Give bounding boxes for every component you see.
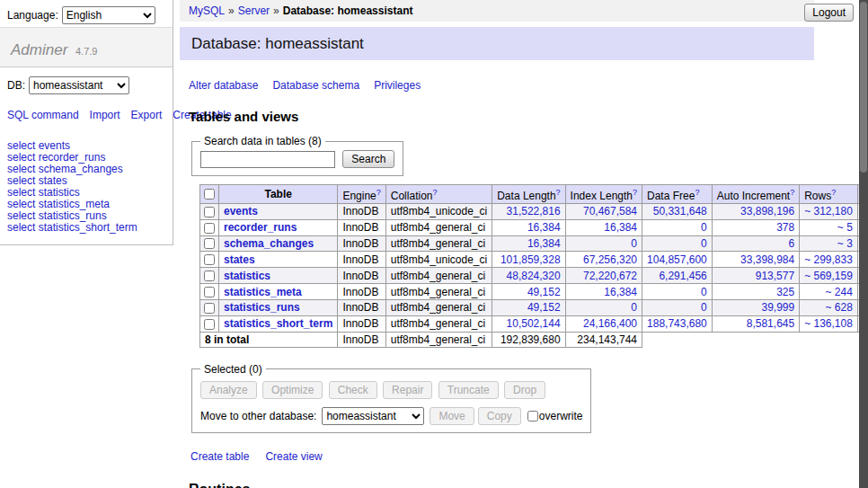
data-length-link[interactable]: 49,152 <box>527 286 561 298</box>
data-free-link[interactable]: 50,331,648 <box>653 205 707 217</box>
sidebar-table-link-statistics-short-term[interactable]: select statistics_short_term <box>7 222 165 234</box>
index-length-link[interactable]: 0 <box>631 301 637 314</box>
alter-database-link[interactable]: Alter database <box>189 79 258 92</box>
rows-count-link[interactable]: ~ 628 <box>826 301 853 314</box>
privileges-link[interactable]: Privileges <box>374 79 421 92</box>
help-icon[interactable]: ? <box>376 188 381 197</box>
adminer-logo-link[interactable]: Adminer <box>11 41 67 58</box>
index-length-link[interactable]: 0 <box>631 237 637 250</box>
auto-increment-link[interactable]: 325 <box>776 286 794 298</box>
auto-increment-link[interactable]: 913,577 <box>756 270 794 282</box>
row-checkbox[interactable] <box>204 303 215 314</box>
drop-button[interactable]: Drop <box>504 381 545 399</box>
breadcrumb-mysql-link[interactable]: MySQL <box>189 4 225 17</box>
create-view-link[interactable]: Create view <box>265 450 322 463</box>
optimize-button[interactable]: Optimize <box>262 381 323 399</box>
auto-increment-link[interactable]: 33,898,196 <box>740 205 794 217</box>
help-icon[interactable]: ? <box>695 188 699 197</box>
table-link[interactable]: recorder_runs <box>224 221 297 234</box>
index-length-link[interactable]: 72,220,672 <box>583 270 637 282</box>
data-free-link[interactable]: 0 <box>701 286 707 298</box>
auto-increment-link[interactable]: 39,999 <box>761 301 794 314</box>
check-button[interactable]: Check <box>329 381 377 399</box>
auto-increment-link[interactable]: 8,581,645 <box>747 317 794 330</box>
data-free-link[interactable]: 104,857,600 <box>647 253 707 266</box>
sidebar-table-link-states[interactable]: select states <box>7 175 165 187</box>
auto-increment-link[interactable]: 378 <box>776 221 794 234</box>
index-length-link[interactable]: 16,384 <box>604 286 637 298</box>
data-free-link[interactable]: 188,743,680 <box>647 317 707 330</box>
row-checkbox[interactable] <box>204 223 215 234</box>
data-free-link[interactable]: 0 <box>701 237 707 250</box>
repair-button[interactable]: Repair <box>383 381 432 399</box>
truncate-button[interactable]: Truncate <box>438 381 499 399</box>
index-length-link[interactable]: 24,166,400 <box>583 317 637 330</box>
data-length-link[interactable]: 10,502,144 <box>507 317 561 330</box>
overwrite-checkbox[interactable] <box>527 411 538 421</box>
move-database-select[interactable]: homeassistant <box>322 407 424 425</box>
row-checkbox[interactable] <box>204 271 215 281</box>
rows-count-link[interactable]: ~ 3 <box>837 237 853 250</box>
table-link[interactable]: statistics_meta <box>224 286 302 298</box>
data-length-link[interactable]: 101,859,328 <box>500 253 561 266</box>
row-checkbox[interactable] <box>204 319 215 330</box>
rows-count-link[interactable]: ~ 5 <box>837 221 853 234</box>
help-icon[interactable]: ? <box>790 188 794 197</box>
row-checkbox[interactable] <box>204 238 215 249</box>
help-icon[interactable]: ? <box>633 188 637 197</box>
sidebar-table-link-statistics-runs[interactable]: select statistics_runs <box>7 210 165 222</box>
analyze-button[interactable]: Analyze <box>200 381 257 399</box>
rows-count-link[interactable]: ~ 299,833 <box>804 253 853 266</box>
row-checkbox[interactable] <box>204 207 215 217</box>
auto-increment-link[interactable]: 6 <box>788 237 794 250</box>
table-link[interactable]: statistics <box>224 270 270 282</box>
rows-count-link[interactable]: ~ 569,159 <box>804 270 853 282</box>
table-link[interactable]: statistics_short_term <box>224 317 332 330</box>
index-length-link[interactable]: 16,384 <box>604 221 637 234</box>
rows-count-link[interactable]: ~ 136,108 <box>804 317 853 330</box>
copy-button[interactable]: Copy <box>478 407 521 425</box>
sidebar-table-link-recorder-runs[interactable]: select recorder_runs <box>7 152 165 164</box>
data-length-link[interactable]: 49,152 <box>527 301 561 314</box>
logout-button[interactable]: Logout <box>804 4 854 22</box>
database-schema-link[interactable]: Database schema <box>272 79 359 92</box>
import-link[interactable]: Import <box>90 109 120 121</box>
search-input[interactable] <box>200 151 335 168</box>
rows-count-link[interactable]: ~ 244 <box>826 286 853 298</box>
sql-command-link[interactable]: SQL command <box>7 109 79 121</box>
search-button[interactable]: Search <box>342 150 394 168</box>
data-free-link[interactable]: 6,291,456 <box>659 270 706 282</box>
sidebar-table-link-events[interactable]: select events <box>7 140 165 152</box>
data-length-link[interactable]: 16,384 <box>527 221 561 234</box>
row-checkbox[interactable] <box>204 287 215 297</box>
index-length-link[interactable]: 67,256,320 <box>583 253 637 266</box>
scrollbar-thumb[interactable] <box>860 2 867 173</box>
create-table-link-bottom[interactable]: Create table <box>190 450 249 463</box>
index-length-link[interactable]: 70,467,584 <box>583 205 637 217</box>
select-all-checkbox[interactable] <box>204 189 215 200</box>
row-checkbox[interactable] <box>204 254 215 265</box>
help-icon[interactable]: ? <box>831 188 836 197</box>
rows-count-link[interactable]: ~ 312,180 <box>804 205 853 217</box>
table-link[interactable]: events <box>224 205 258 217</box>
auto-increment-link[interactable]: 33,398,984 <box>740 253 794 266</box>
move-button[interactable]: Move <box>430 407 474 425</box>
vertical-scrollbar[interactable] <box>859 0 868 488</box>
sidebar-table-link-schema-changes[interactable]: select schema_changes <box>7 164 165 175</box>
help-icon[interactable]: ? <box>432 188 437 197</box>
export-link[interactable]: Export <box>131 109 163 121</box>
table-link[interactable]: states <box>224 253 255 266</box>
language-select[interactable]: English <box>62 6 155 24</box>
data-length-link[interactable]: 48,824,320 <box>507 270 561 282</box>
breadcrumb-server-link[interactable]: Server <box>238 4 270 17</box>
table-link[interactable]: statistics_runs <box>224 301 300 314</box>
data-free-link[interactable]: 0 <box>701 221 707 234</box>
help-icon[interactable]: ? <box>556 188 561 197</box>
table-link[interactable]: schema_changes <box>224 237 314 250</box>
data-length-link[interactable]: 31,522,816 <box>507 205 561 217</box>
data-length-link[interactable]: 16,384 <box>527 237 561 250</box>
data-free-link[interactable]: 0 <box>701 301 707 314</box>
sidebar-table-link-statistics-meta[interactable]: select statistics_meta <box>7 199 165 210</box>
sidebar-table-link-statistics[interactable]: select statistics <box>7 187 165 199</box>
db-select[interactable]: homeassistant <box>29 76 129 94</box>
